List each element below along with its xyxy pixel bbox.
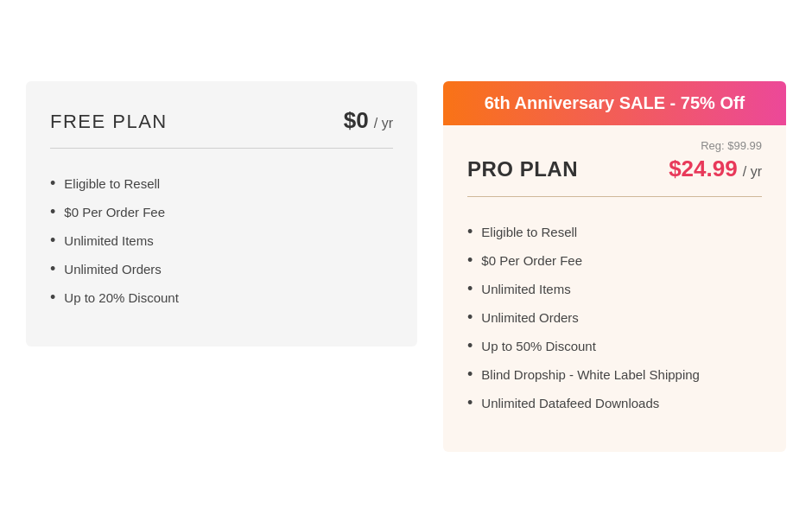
list-item: Up to 20% Discount xyxy=(50,283,393,312)
list-item: Unlimited Datafeed Downloads xyxy=(467,389,762,417)
list-item: Unlimited Orders xyxy=(50,255,393,283)
sale-banner: 6th Anniversary SALE - 75% Off xyxy=(443,81,786,125)
free-plan-price: $0 / yr xyxy=(344,107,393,134)
list-item: Eligible to Resell xyxy=(467,218,762,246)
pro-plan-wrapper: 6th Anniversary SALE - 75% Off Reg: $99.… xyxy=(443,81,786,452)
list-item: Unlimited Items xyxy=(50,226,393,255)
list-item: $0 Per Order Fee xyxy=(467,246,762,275)
free-plan-features: Eligible to Resell$0 Per Order FeeUnlimi… xyxy=(50,169,393,312)
pro-plan-per-year: / yr xyxy=(743,164,762,179)
pro-reg-price: Reg: $99.99 xyxy=(467,139,762,152)
free-plan-amount: $0 xyxy=(344,107,369,133)
pro-plan-amount: $24.99 xyxy=(669,156,738,181)
pro-plan-price: $24.99 / yr xyxy=(669,156,762,182)
pro-plan-name: PRO PLAN xyxy=(467,157,578,181)
free-plan-name: FREE PLAN xyxy=(50,111,168,133)
plans-container: FREE PLAN $0 / yr Eligible to Resell$0 P… xyxy=(26,64,786,452)
free-plan-per-year: / yr xyxy=(374,116,393,130)
list-item: $0 Per Order Fee xyxy=(50,198,393,226)
list-item: Up to 50% Discount xyxy=(467,332,762,360)
pro-plan-header: PRO PLAN $24.99 / yr xyxy=(467,156,762,197)
free-plan-header: FREE PLAN $0 / yr xyxy=(50,107,393,149)
list-item: Blind Dropship - White Label Shipping xyxy=(467,360,762,389)
list-item: Unlimited Items xyxy=(467,275,762,303)
pro-plan-card: Reg: $99.99 PRO PLAN $24.99 / yr Eligibl… xyxy=(443,125,786,452)
free-plan-card: FREE PLAN $0 / yr Eligible to Resell$0 P… xyxy=(26,81,417,347)
list-item: Unlimited Orders xyxy=(467,303,762,332)
list-item: Eligible to Resell xyxy=(50,169,393,198)
pro-plan-features: Eligible to Resell$0 Per Order FeeUnlimi… xyxy=(467,218,762,417)
